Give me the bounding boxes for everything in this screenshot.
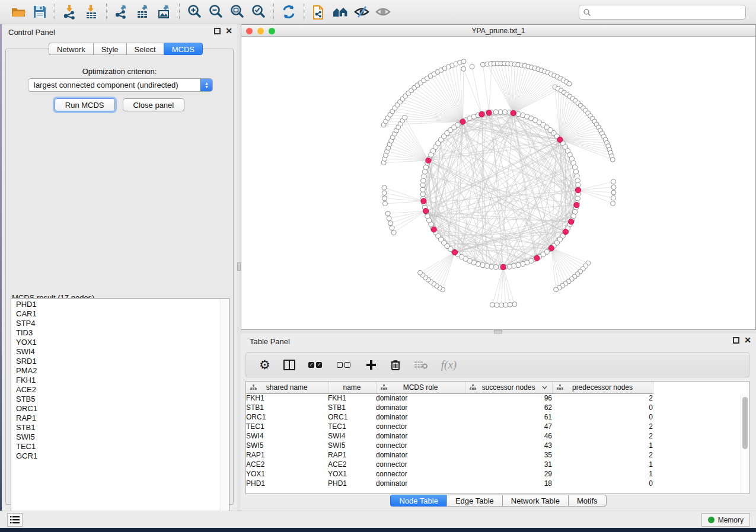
network-leaf-node[interactable]: [611, 201, 615, 206]
network-leaf-node[interactable]: [611, 180, 616, 184]
memory-button[interactable]: Memory: [701, 513, 750, 527]
network-node[interactable]: [507, 264, 512, 269]
tab-style[interactable]: Style: [93, 43, 126, 55]
mcds-hub-node[interactable]: [511, 110, 516, 116]
mcds-result-item[interactable]: FKH1: [12, 376, 221, 385]
import-table-button[interactable]: [82, 3, 100, 21]
cell-name[interactable]: SWI4: [328, 431, 376, 441]
deselect-all-columns-icon[interactable]: [337, 357, 352, 373]
tab-mcds[interactable]: MCDS: [164, 43, 203, 55]
network-leaf-node[interactable]: [495, 303, 499, 307]
table-row[interactable]: SWI5SWI5connector431: [246, 441, 653, 450]
cell-predecessor-nodes[interactable]: 1: [552, 441, 653, 450]
mcds-hub-node[interactable]: [574, 203, 579, 208]
cell-MCDS-role[interactable]: connector: [376, 460, 465, 469]
table-row[interactable]: ACE2ACE2connector311: [246, 460, 653, 469]
network-leaf-node[interactable]: [461, 66, 466, 71]
apply-layout-button[interactable]: [280, 3, 298, 21]
cell-shared-name[interactable]: SWI4: [246, 431, 328, 441]
zoom-fit-button[interactable]: [228, 3, 246, 21]
export-image-button[interactable]: [155, 3, 173, 21]
cell-MCDS-role[interactable]: dominator: [376, 450, 465, 460]
close-window-icon[interactable]: [246, 28, 253, 34]
cell-predecessor-nodes[interactable]: 2: [552, 422, 653, 431]
column-layout-icon[interactable]: [283, 357, 295, 373]
cell-shared-name[interactable]: SWI5: [246, 441, 328, 450]
mcds-hub-node[interactable]: [534, 255, 540, 261]
delete-table-icon[interactable]: [414, 357, 428, 373]
mcds-hub-node[interactable]: [569, 219, 574, 225]
mcds-hub-node[interactable]: [548, 245, 554, 251]
cell-successor-nodes[interactable]: 35: [465, 450, 552, 460]
cell-successor-nodes[interactable]: 31: [465, 460, 552, 469]
function-builder-icon[interactable]: f(x): [441, 357, 457, 373]
cell-successor-nodes[interactable]: 29: [465, 469, 552, 479]
network-node[interactable]: [422, 174, 426, 178]
tab-select[interactable]: Select: [126, 43, 164, 55]
network-leaf-node[interactable]: [390, 226, 394, 230]
network-leaf-node[interactable]: [387, 216, 391, 221]
cell-predecessor-nodes[interactable]: 2: [552, 450, 653, 460]
mcds-result-item[interactable]: STB5: [12, 395, 221, 404]
mcds-result-item[interactable]: TEC1: [12, 442, 221, 451]
table-row[interactable]: ORC1ORC1dominator610: [246, 412, 653, 422]
cell-shared-name[interactable]: RAP1: [246, 450, 328, 460]
table-scrollbar[interactable]: [741, 395, 748, 493]
network-leaf-node[interactable]: [418, 270, 423, 275]
cell-successor-nodes[interactable]: 96: [465, 393, 552, 403]
column-header-predecessor-nodes[interactable]: predecessor nodes: [552, 382, 653, 393]
mcds-result-item[interactable]: PMA2: [12, 366, 221, 376]
cell-shared-name[interactable]: FKH1: [246, 393, 328, 403]
mcds-result-item[interactable]: CAR1: [12, 309, 221, 319]
cell-successor-nodes[interactable]: 43: [465, 441, 552, 450]
cell-MCDS-role[interactable]: connector: [376, 469, 465, 479]
cell-name[interactable]: STB1: [328, 403, 376, 412]
cell-successor-nodes[interactable]: 46: [465, 431, 552, 441]
float-table-panel-icon[interactable]: [733, 337, 739, 344]
cell-name[interactable]: FKH1: [328, 393, 376, 403]
mcds-hub-node[interactable]: [557, 137, 563, 142]
export-table-button[interactable]: [134, 3, 152, 21]
table-row[interactable]: FKH1FKH1dominator962: [246, 393, 653, 403]
network-graph[interactable]: [241, 37, 755, 329]
network-leaf-node[interactable]: [611, 185, 616, 190]
node-table[interactable]: shared namenameMCDS rolesuccessor nodesp…: [246, 382, 653, 488]
close-panel-icon[interactable]: ✕: [225, 28, 232, 34]
network-leaf-node[interactable]: [385, 211, 390, 216]
search-field[interactable]: [579, 5, 746, 20]
network-leaf-node[interactable]: [382, 185, 387, 190]
hide-selected-button[interactable]: [353, 3, 371, 21]
network-leaf-node[interactable]: [470, 65, 474, 69]
mcds-hub-node[interactable]: [421, 198, 426, 204]
cell-name[interactable]: RAP1: [328, 450, 376, 460]
cell-name[interactable]: SWI5: [328, 441, 376, 450]
cell-successor-nodes[interactable]: 61: [465, 412, 552, 422]
mcds-result-item[interactable]: YOX1: [12, 338, 221, 347]
cell-MCDS-role[interactable]: dominator: [376, 393, 465, 403]
tab-network[interactable]: Network: [49, 43, 93, 55]
table-row[interactable]: STB1STB1dominator620: [246, 403, 653, 412]
table-row[interactable]: TEC1TEC1connector472: [246, 422, 653, 431]
zoom-out-button[interactable]: [207, 3, 225, 21]
cell-successor-nodes[interactable]: 18: [465, 479, 552, 488]
mcds-hub-node[interactable]: [431, 227, 436, 232]
mcds-result-item[interactable]: SWI5: [12, 432, 221, 442]
tab-edge-table[interactable]: Edge Table: [446, 495, 502, 507]
cell-shared-name[interactable]: PHD1: [246, 479, 328, 488]
tab-network-table[interactable]: Network Table: [502, 495, 568, 507]
network-leaf-node[interactable]: [382, 191, 387, 196]
mcds-result-item[interactable]: RAP1: [12, 414, 221, 423]
zoom-selected-button[interactable]: [250, 3, 267, 21]
cell-name[interactable]: PHD1: [328, 479, 376, 488]
network-leaf-node[interactable]: [508, 302, 512, 307]
network-leaf-node[interactable]: [512, 302, 517, 307]
mcds-hub-node[interactable]: [500, 264, 506, 270]
search-input[interactable]: [591, 8, 745, 17]
mcds-result-item[interactable]: ORC1: [12, 404, 221, 414]
network-leaf-node[interactable]: [499, 303, 503, 307]
network-leaf-node[interactable]: [480, 62, 485, 67]
cell-name[interactable]: TEC1: [328, 422, 376, 431]
cell-name[interactable]: ACE2: [328, 460, 376, 469]
mcds-result-item[interactable]: SRD1: [12, 357, 221, 366]
table-row[interactable]: YOX1YOX1connector291: [246, 469, 653, 479]
